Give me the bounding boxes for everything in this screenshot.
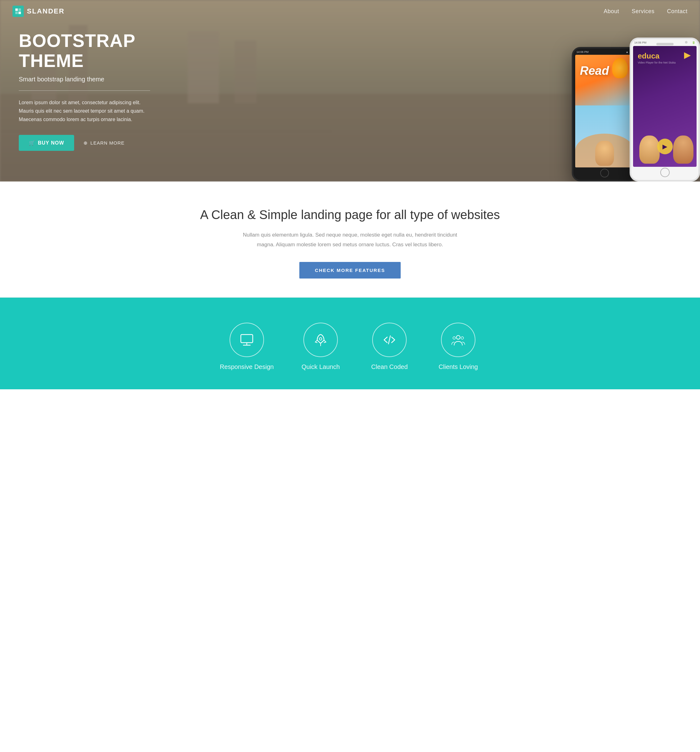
tagline-description: Nullam quis elementum ligula. Sed neque …: [237, 230, 463, 249]
nav-item-about[interactable]: About: [604, 8, 619, 15]
feature-item-responsive: Responsive Design: [220, 323, 274, 371]
hero-title: BOOTSTRAPTHEME: [19, 31, 157, 71]
svg-point-17: [456, 336, 460, 339]
learn-more-button[interactable]: ⊕ LEARN MORE: [84, 140, 124, 146]
hero-buttons: 🛒 BUY NOW ⊕ LEARN MORE: [19, 135, 157, 151]
features-section: Responsive Design Quick Launch: [0, 298, 700, 389]
hero-phones: 14:06 PM ▲ 🔋 Read 1: [572, 37, 700, 182]
feature-item-clean-coded: Clean Coded: [368, 323, 411, 371]
svg-rect-1: [19, 12, 21, 14]
tagline-heading: A Clean & Simple landing page for all ty…: [12, 207, 688, 223]
feature-label-clean-coded: Clean Coded: [371, 363, 408, 371]
buy-now-button[interactable]: 🛒 BUY NOW: [19, 135, 74, 151]
feature-label-responsive: Responsive Design: [220, 363, 274, 371]
brand-logo-icon: [12, 6, 24, 17]
navbar: SLANDER About Services Contact: [0, 0, 700, 23]
circle-icon: ⊕: [84, 140, 88, 146]
check-features-button[interactable]: CHECK MORE FEATURES: [300, 262, 400, 278]
nav-menu: About Services Contact: [604, 8, 688, 15]
quick-launch-icon: [303, 323, 338, 357]
hero-content: BOOTSTRAPTHEME Smart bootstrap landing t…: [0, 31, 157, 151]
nav-item-contact[interactable]: Contact: [667, 8, 688, 15]
tagline-section: A Clean & Simple landing page for all ty…: [0, 182, 700, 298]
svg-point-18: [453, 337, 455, 339]
svg-point-14: [319, 338, 322, 340]
svg-rect-2: [19, 8, 21, 11]
feature-item-quick-launch: Quick Launch: [299, 323, 343, 371]
svg-point-19: [461, 337, 464, 339]
clean-coded-icon: [372, 323, 407, 357]
svg-rect-3: [16, 12, 18, 14]
hero-divider: [19, 90, 150, 91]
feature-item-clients-loving: Clients Loving: [436, 323, 480, 371]
hero-description: Lorem ipsum dolor sit amet, consectetur …: [19, 98, 157, 124]
clients-loving-icon: [441, 323, 475, 357]
brand-logo-link[interactable]: SLANDER: [12, 6, 64, 17]
svg-rect-11: [241, 334, 253, 343]
svg-rect-0: [16, 8, 18, 11]
feature-label-clients-loving: Clients Loving: [439, 363, 478, 371]
nav-item-services[interactable]: Services: [632, 8, 654, 15]
hero-subtitle: Smart bootstrap landing theme: [19, 76, 157, 83]
features-grid: Responsive Design Quick Launch: [12, 323, 688, 371]
brand-name: SLANDER: [27, 7, 64, 16]
svg-line-16: [388, 336, 390, 344]
feature-label-quick-launch: Quick Launch: [301, 363, 340, 371]
responsive-design-icon: [230, 323, 264, 357]
cart-icon: 🛒: [29, 140, 35, 146]
hero-section: BOOTSTRAPTHEME Smart bootstrap landing t…: [0, 0, 700, 182]
